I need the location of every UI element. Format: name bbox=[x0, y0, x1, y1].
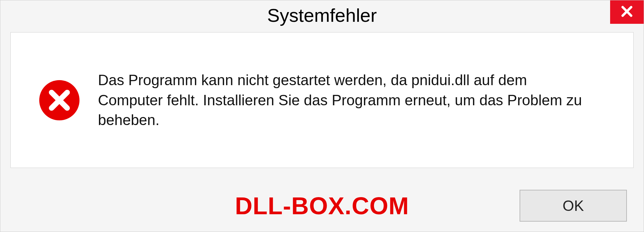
ok-button-label: OK bbox=[562, 197, 584, 214]
error-message: Das Programm kann nicht gestartet werden… bbox=[98, 70, 594, 130]
ok-button[interactable]: OK bbox=[520, 190, 627, 222]
error-icon bbox=[39, 80, 79, 120]
close-icon bbox=[621, 5, 633, 19]
titlebar: Systemfehler bbox=[0, 0, 644, 32]
content-panel: Das Programm kann nicht gestartet werden… bbox=[10, 32, 634, 168]
window-title: Systemfehler bbox=[267, 4, 377, 26]
close-button[interactable] bbox=[610, 0, 644, 24]
watermark-text: DLL-BOX.COM bbox=[235, 192, 409, 220]
footer: DLL-BOX.COM OK bbox=[0, 190, 644, 222]
